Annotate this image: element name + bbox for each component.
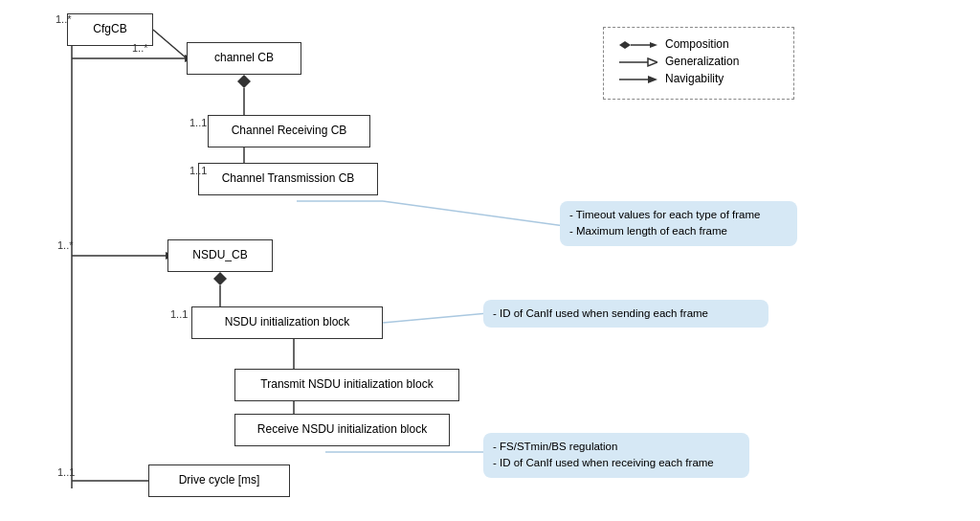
mult-channeltx: 1..1: [189, 165, 207, 176]
svg-marker-14: [213, 272, 227, 285]
svg-marker-36: [648, 76, 657, 83]
mult-nsdunit: 1..1: [170, 308, 188, 320]
box-rxnsdu: Receive NSDU initialization block: [234, 414, 450, 446]
mult-nsdcb: 1..*: [57, 239, 74, 251]
mult-cfgcb-top: 1..*: [56, 13, 72, 25]
mult-channelrx: 1..1: [189, 117, 207, 128]
callout-timeout: - Timeout values for each type of frame …: [560, 201, 797, 246]
box-nsdcb: NSDU_CB: [167, 239, 273, 272]
svg-line-27: [383, 313, 488, 323]
svg-line-0: [153, 30, 187, 58]
svg-marker-5: [237, 75, 251, 88]
composition-line-icon: [619, 38, 657, 50]
callout-canif-send: - ID of CanIf used when sending each fra…: [483, 300, 768, 328]
box-channelcb: channel CB: [187, 42, 301, 75]
mult-channelcb-near: 1..*: [132, 42, 148, 54]
legend-box: Composition Generalization Navigability: [603, 27, 794, 100]
navigability-line-icon: [619, 73, 657, 84]
box-nsdunit: NSDU initialization block: [191, 306, 383, 339]
diagram-container: CfgCB channel CB Channel Receiving CB Ch…: [0, 0, 980, 521]
legend-navigability: Navigability: [619, 72, 778, 85]
svg-marker-30: [619, 41, 631, 49]
svg-line-25: [383, 201, 565, 226]
box-cfgcb: CfgCB: [67, 13, 153, 46]
box-channelrx: Channel Receiving CB: [208, 115, 370, 147]
box-channeltx: Channel Transmission CB: [198, 163, 378, 195]
box-txnsdu: Transmit NSDU initialization block: [234, 369, 459, 401]
generalization-line-icon: [619, 56, 657, 67]
legend-generalization: Generalization: [619, 55, 778, 68]
legend-composition: Composition: [619, 37, 778, 51]
callout-fsst: - FS/STmin/BS regulation - ID of CanIf u…: [483, 433, 749, 478]
svg-marker-32: [650, 42, 657, 48]
svg-marker-34: [648, 58, 657, 66]
mult-drivecycle: 1..1: [57, 466, 75, 478]
box-drivecycle: Drive cycle [ms]: [148, 464, 290, 497]
